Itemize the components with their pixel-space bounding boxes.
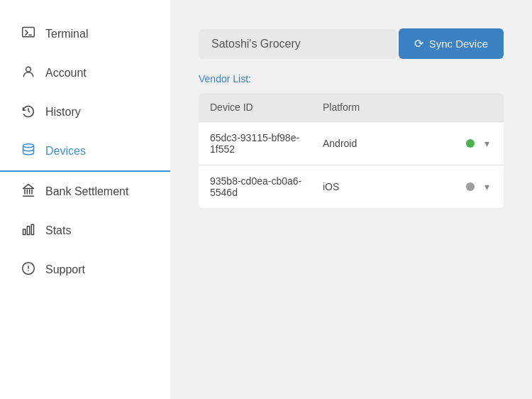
sidebar-item-history[interactable]: History xyxy=(0,92,170,131)
svg-rect-11 xyxy=(31,224,33,234)
header-row: ⟳ Sync Device xyxy=(199,28,504,59)
bank-icon xyxy=(21,183,35,200)
sidebar: Terminal Account History Devices Bank Se… xyxy=(0,0,170,399)
stats-icon xyxy=(21,222,35,239)
sidebar-item-bank-settlement[interactable]: Bank Settlement xyxy=(0,172,170,211)
account-icon xyxy=(21,65,35,81)
sidebar-item-label: History xyxy=(45,106,81,119)
support-icon xyxy=(21,261,35,278)
platform-cell: Android xyxy=(323,138,436,149)
store-name-input[interactable] xyxy=(199,29,397,59)
sidebar-item-label: Devices xyxy=(45,145,86,158)
table-row: 935b8-cd0ea-cb0a6-5546d iOS ▾ xyxy=(199,165,504,208)
main-content: ⟳ Sync Device Vendor List: Device ID Pla… xyxy=(170,0,532,399)
row-expand-button[interactable]: ▾ xyxy=(482,180,492,194)
sidebar-item-terminal[interactable]: Terminal xyxy=(0,14,170,53)
col-status xyxy=(436,102,492,113)
svg-rect-10 xyxy=(27,226,29,235)
col-device-id: Device ID xyxy=(210,102,323,113)
svg-point-1 xyxy=(26,67,31,72)
devices-table: Device ID Platform 65dc3-93115-bf98e-1f5… xyxy=(199,93,504,208)
sidebar-item-label: Support xyxy=(45,263,85,276)
col-platform: Platform xyxy=(323,102,436,113)
terminal-icon xyxy=(21,26,35,42)
history-icon xyxy=(21,104,35,120)
table-row: 65dc3-93115-bf98e-1f552 Android ▾ xyxy=(199,121,504,165)
svg-marker-8 xyxy=(23,185,34,189)
svg-rect-9 xyxy=(23,229,26,235)
device-id-cell: 935b8-cd0ea-cb0a6-5546d xyxy=(210,175,323,198)
svg-point-2 xyxy=(23,144,34,148)
device-id-cell: 65dc3-93115-bf98e-1f552 xyxy=(210,132,323,155)
status-cell: ▾ xyxy=(436,180,492,194)
sync-device-button[interactable]: ⟳ Sync Device xyxy=(399,28,504,59)
status-indicator-green xyxy=(466,139,475,148)
sidebar-item-label: Account xyxy=(45,67,87,80)
devices-icon xyxy=(21,143,35,159)
table-header: Device ID Platform xyxy=(199,93,504,121)
sidebar-item-label: Stats xyxy=(45,224,71,237)
sidebar-item-account[interactable]: Account xyxy=(0,53,170,92)
vendor-list-label: Vendor List: xyxy=(199,73,504,84)
sidebar-item-stats[interactable]: Stats xyxy=(0,211,170,250)
status-cell: ▾ xyxy=(436,136,492,151)
sidebar-item-label: Terminal xyxy=(45,28,88,40)
sync-button-label: Sync Device xyxy=(429,38,488,50)
sidebar-item-devices[interactable]: Devices xyxy=(0,131,170,172)
sync-icon: ⟳ xyxy=(414,37,423,50)
sidebar-item-support[interactable]: Support xyxy=(0,250,170,289)
svg-rect-0 xyxy=(23,28,35,37)
status-indicator-gray xyxy=(466,182,475,191)
sidebar-item-label: Bank Settlement xyxy=(45,185,128,198)
row-expand-button[interactable]: ▾ xyxy=(482,136,492,151)
platform-cell: iOS xyxy=(323,181,436,192)
